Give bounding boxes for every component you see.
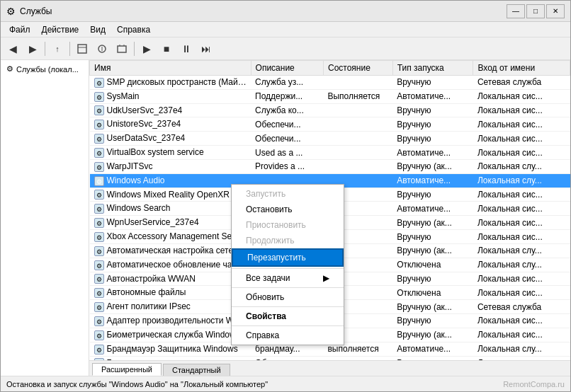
menu-file[interactable]: Файл	[4, 23, 36, 36]
app-icon: ⚙	[6, 6, 16, 17]
cell-name: ⚙Автонастройка WWAN	[90, 272, 251, 286]
context-menu-separator	[232, 287, 344, 288]
cell-login: Локальная слу...	[473, 342, 570, 356]
table-row[interactable]: ⚙WarpJITSvcProvides a ...Вручную (ак...Л…	[90, 159, 570, 173]
table-row[interactable]: ⚙SysMainПоддержи...ВыполняетсяАвтоматиче…	[90, 89, 570, 103]
cell-login: Сетевая служба	[473, 76, 570, 90]
cell-status	[323, 117, 392, 132]
cell-desc: Служба ко...	[251, 103, 323, 117]
toolbar-btn-5[interactable]	[113, 40, 131, 57]
cell-name: ⚙Агент политики IPsec	[90, 300, 251, 314]
context-menu-item[interactable]: Обновить	[232, 289, 344, 305]
context-menu-item[interactable]: Перезапустить	[232, 248, 344, 267]
cell-startup: Автоматиче...	[392, 173, 473, 188]
cell-login: Локальная сис...	[473, 216, 570, 230]
cell-login: Локальная сис...	[473, 117, 570, 132]
cell-name: ⚙Автоматическое обновление часо...	[90, 258, 251, 272]
cell-login: Локальная сис...	[473, 230, 570, 244]
back-button[interactable]: ◀	[4, 40, 22, 57]
play-button[interactable]: ▶	[137, 40, 156, 57]
cell-login: Локальная слу...	[473, 243, 570, 258]
cell-login: Локальная сис...	[473, 103, 570, 117]
cell-login: Локальная сис...	[473, 188, 570, 202]
toolbar-btn-4[interactable]	[93, 40, 111, 57]
status-bar: Остановка и запуск службы "Windows Audio…	[1, 376, 570, 391]
cell-startup: Вручную	[392, 314, 473, 328]
context-menu: ЗапуститьОстановитьПриостановитьПродолжи…	[231, 184, 344, 345]
menu-bar: Файл Действие Вид Справка	[1, 22, 570, 38]
table-row[interactable]: ⚙UserDataSvc_237e4Обеспечи...ВручнуюЛока…	[90, 132, 570, 146]
cell-startup: Автоматиче...	[392, 89, 473, 103]
cell-name: ⚙UserDataSvc_237e4	[90, 132, 251, 146]
tab-standard[interactable]: Стандартный	[163, 364, 230, 376]
sidebar: ⚙ Службы (локал...	[1, 60, 89, 376]
context-menu-item[interactable]: Остановить	[232, 202, 344, 217]
menu-help[interactable]: Справка	[111, 23, 156, 36]
cell-name: ⚙SysMain	[90, 89, 251, 103]
col-header-login[interactable]: Вход от имени	[473, 61, 570, 76]
cell-name: ⚙Биометрическая служба Windows	[90, 328, 251, 342]
services-pane: Имя Описание Состояние Тип запуска Вход …	[89, 60, 570, 376]
cell-startup: Вручную	[392, 117, 473, 132]
svg-rect-4	[118, 46, 126, 52]
cell-desc: Used as a ...	[251, 146, 323, 160]
col-header-status[interactable]: Состояние	[323, 61, 392, 76]
restart-button[interactable]: ⏭	[197, 40, 215, 57]
tab-bar: Расширенный Стандартный	[89, 360, 570, 376]
cell-name: ⚙SMP дисковых пространств (Майкр...	[90, 76, 251, 90]
maximize-button[interactable]: □	[526, 4, 545, 18]
cell-status: Выполняется	[323, 89, 392, 103]
menu-action[interactable]: Действие	[36, 23, 85, 36]
menu-view[interactable]: Вид	[84, 23, 111, 36]
cell-name: ⚙Автоматическая настройка сетевы...	[90, 243, 251, 258]
cell-name: ⚙Автономные файлы	[90, 286, 251, 300]
cell-status	[323, 132, 392, 146]
pause-button[interactable]: ⏸	[177, 40, 196, 57]
cell-startup: Автоматиче...	[392, 146, 473, 160]
cell-login: Сетевая служба	[473, 300, 570, 314]
col-header-name[interactable]: Имя	[90, 61, 251, 76]
window-title: Службы	[20, 6, 52, 16]
forward-button[interactable]: ▶	[23, 40, 42, 57]
table-row[interactable]: ⚙SMP дисковых пространств (Майкр...Служб…	[90, 76, 570, 90]
table-row[interactable]: ⚙UdkUserSvc_237e4Служба ко...ВручнуюЛока…	[90, 103, 570, 117]
cell-login: Локальная слу...	[473, 173, 570, 188]
sidebar-services[interactable]: ⚙ Службы (локал...	[4, 63, 86, 75]
context-menu-item[interactable]: Свойства	[232, 309, 344, 324]
table-row[interactable]: ⚙UnistoreSvc_237e4Обеспечи...ВручнуюЛока…	[90, 117, 570, 132]
cell-desc: Provides a ...	[251, 159, 323, 173]
toolbar-sep-1	[45, 42, 45, 56]
cell-startup: Автоматиче...	[392, 342, 473, 356]
cell-startup: Вручную (ак...	[392, 243, 473, 258]
cell-startup: Вручную	[392, 188, 473, 202]
cell-login: Локальная сис...	[473, 89, 570, 103]
context-menu-item: Приостановить	[232, 217, 344, 233]
context-menu-item: Запустить	[232, 186, 344, 202]
cell-name: ⚙WarpJITSvc	[90, 159, 251, 173]
col-header-desc[interactable]: Описание	[251, 61, 323, 76]
context-menu-separator	[232, 306, 344, 307]
close-button[interactable]: ✕	[546, 4, 565, 18]
context-menu-separator	[232, 325, 344, 326]
context-menu-item[interactable]: Все задачи▶	[232, 270, 344, 286]
minimize-button[interactable]: —	[507, 4, 525, 18]
cell-startup: Вручную (ак...	[392, 216, 473, 230]
toolbar-btn-3[interactable]	[73, 40, 91, 57]
cell-startup: Вручную (ак...	[392, 328, 473, 342]
col-header-startup[interactable]: Тип запуска	[392, 61, 473, 76]
stop-button[interactable]: ■	[157, 40, 176, 57]
tab-extended[interactable]: Расширенный	[92, 363, 162, 376]
cell-startup: Вручную	[392, 272, 473, 286]
cell-login: Локальная слу...	[473, 258, 570, 272]
main-window: ⚙ Службы — □ ✕ Файл Действие Вид Справка…	[0, 0, 571, 392]
table-row[interactable]: ⚙VirtualBox system serviceUsed as a ...А…	[90, 146, 570, 160]
cell-name: ⚙Windows Search	[90, 202, 251, 216]
up-button[interactable]: ↑	[48, 40, 67, 57]
context-menu-item: Продолжить	[232, 233, 344, 248]
title-bar: ⚙ Службы — □ ✕	[1, 1, 570, 22]
table-header: Имя Описание Состояние Тип запуска Вход …	[90, 61, 570, 76]
cell-startup: Вручную	[392, 103, 473, 117]
context-menu-item[interactable]: Справка	[232, 328, 344, 343]
cell-startup: Вручную (ак...	[392, 300, 473, 314]
cell-status	[323, 146, 392, 160]
